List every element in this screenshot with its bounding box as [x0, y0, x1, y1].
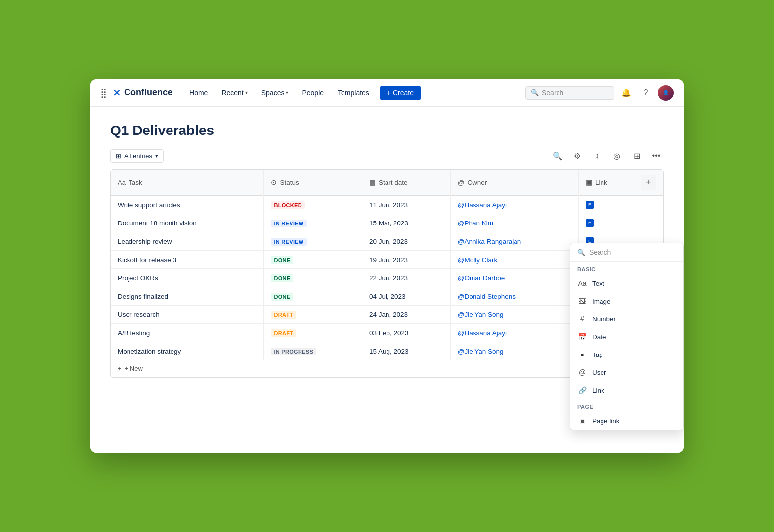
table-row[interactable]: Document 18 month vision IN REVIEW 15 Ma…: [111, 214, 663, 232]
add-column-button[interactable]: +: [641, 175, 656, 190]
navbar: ⣿ ✕ Confluence Home Recent ▾ Spaces ▾ Pe…: [90, 79, 684, 107]
search-box[interactable]: 🔍: [525, 86, 614, 100]
cell-status: DRAFT: [264, 306, 362, 324]
type-link-item[interactable]: 🔗 Link: [570, 381, 683, 399]
dropdown-search-box[interactable]: 🔍: [570, 243, 683, 262]
nav-home[interactable]: Home: [184, 85, 213, 101]
cell-owner: @Molly Clark: [450, 251, 578, 269]
cell-status: IN PROGRESS: [264, 342, 362, 360]
status-icon: ⊙: [271, 178, 277, 186]
cell-task: Document 18 month vision: [111, 214, 264, 232]
dropdown-search-input[interactable]: [589, 248, 676, 256]
cell-start-date: 11 Jun, 2023: [362, 196, 451, 214]
link-type-icon: 🔗: [577, 385, 587, 395]
nav-logo[interactable]: ✕ Confluence: [113, 87, 172, 99]
cell-owner: @Hassana Ajayi: [450, 196, 578, 214]
type-number-item[interactable]: # Number: [570, 310, 683, 328]
search-toolbar-button[interactable]: 🔍: [550, 148, 565, 163]
cell-task: Monetization strategy: [111, 342, 264, 360]
column-type-dropdown: 🔍 BASIC Aa Text 🖼 Image # Number 📅 Date: [570, 243, 684, 430]
app-window: ⣿ ✕ Confluence Home Recent ▾ Spaces ▾ Pe…: [90, 79, 684, 453]
link-page-icon: E: [586, 201, 594, 209]
cell-owner: @Hassana Ajayi: [450, 324, 578, 342]
cell-task: Kickoff for release 3: [111, 251, 264, 269]
nav-recent[interactable]: Recent ▾: [216, 85, 252, 101]
col-task: Aa Task: [111, 170, 264, 196]
basic-section-title: BASIC: [570, 262, 683, 274]
type-image-item[interactable]: 🖼 Image: [570, 292, 683, 310]
chevron-down-icon: ▾: [155, 153, 158, 159]
cell-link: E: [578, 196, 663, 214]
confluence-icon: ✕: [113, 87, 121, 99]
page-content: Q1 Deliverables ⊞ All entries ▾ 🔍 ⚙ ↕ ◎ …: [90, 107, 684, 453]
type-tag-item[interactable]: ● Tag: [570, 346, 683, 363]
type-text-item[interactable]: Aa Text: [570, 274, 683, 292]
help-button[interactable]: ?: [638, 85, 654, 101]
logo-text: Confluence: [124, 88, 172, 98]
toolbar-right: 🔍 ⚙ ↕ ◎ ⊞ •••: [550, 148, 664, 163]
cell-task: Write support articles: [111, 196, 264, 214]
col-status: ⊙ Status: [264, 170, 362, 196]
table-row[interactable]: Write support articles BLOCKED 11 Jun, 2…: [111, 196, 663, 214]
cell-status: BLOCKED: [264, 196, 362, 214]
hide-button[interactable]: ◎: [609, 148, 624, 163]
cell-start-date: 19 Jun, 2023: [362, 251, 451, 269]
nav-people[interactable]: People: [297, 85, 329, 101]
date-type-icon: 📅: [577, 332, 587, 342]
link-page-icon: E: [586, 219, 594, 227]
calendar-icon: ▦: [369, 178, 376, 186]
search-icon: 🔍: [577, 249, 585, 256]
notifications-button[interactable]: 🔔: [618, 85, 634, 101]
text-type-icon: Aa: [577, 278, 587, 288]
cell-start-date: 24 Jan, 2023: [362, 306, 451, 324]
nav-spaces[interactable]: Spaces ▾: [257, 85, 294, 101]
more-options-button[interactable]: •••: [649, 148, 664, 163]
search-input[interactable]: [542, 89, 609, 97]
avatar[interactable]: 👤: [658, 85, 674, 101]
type-user-item[interactable]: @ User: [570, 363, 683, 381]
cell-owner: @Omar Darboe: [450, 269, 578, 287]
cell-owner: @Donald Stephens: [450, 287, 578, 306]
cell-status: IN REVIEW: [264, 214, 362, 232]
plus-icon: +: [118, 365, 122, 372]
text-type-icon: Aa: [118, 179, 126, 186]
col-link: ▣ Link +: [579, 170, 663, 195]
cell-start-date: 04 Jul, 2023: [362, 287, 451, 306]
nav-templates[interactable]: Templates: [333, 85, 374, 101]
chevron-down-icon: ▾: [286, 90, 288, 95]
page-section-title: PAGE: [570, 399, 683, 412]
type-page-link-item[interactable]: ▣ Page link: [570, 412, 683, 430]
filter-button[interactable]: ⚙: [570, 148, 585, 163]
cell-task: Designs finalized: [111, 287, 264, 306]
tag-type-icon: ●: [577, 350, 587, 359]
table-toolbar: ⊞ All entries ▾ 🔍 ⚙ ↕ ◎ ⊞ •••: [110, 148, 664, 163]
col-start-date: ▦ Start date: [362, 170, 451, 196]
type-date-item[interactable]: 📅 Date: [570, 328, 683, 346]
user-type-icon: @: [577, 367, 587, 377]
cell-start-date: 15 Mar, 2023: [362, 214, 451, 232]
all-entries-button[interactable]: ⊞ All entries ▾: [110, 149, 164, 163]
cell-task: Leadership review: [111, 232, 264, 251]
sort-button[interactable]: ↕: [590, 148, 604, 163]
cell-task: Project OKRs: [111, 269, 264, 287]
cell-start-date: 03 Feb, 2023: [362, 324, 451, 342]
cell-status: DONE: [264, 287, 362, 306]
grid-icon[interactable]: ⣿: [100, 88, 107, 98]
grid-view-icon: ⊞: [116, 152, 121, 160]
col-owner: @ Owner: [450, 170, 578, 196]
cell-link: E: [578, 214, 663, 232]
cell-task: User research: [111, 306, 264, 324]
number-type-icon: #: [577, 314, 587, 324]
cell-status: DONE: [264, 251, 362, 269]
group-button[interactable]: ⊞: [629, 148, 644, 163]
cell-start-date: 20 Jun, 2023: [362, 232, 451, 251]
cell-task: A/B testing: [111, 324, 264, 342]
cell-owner: @Phan Kim: [450, 214, 578, 232]
cell-status: DRAFT: [264, 324, 362, 342]
at-icon: @: [458, 179, 465, 186]
cell-owner: @Jie Yan Song: [450, 342, 578, 360]
cell-status: DONE: [264, 269, 362, 287]
page-title: Q1 Deliverables: [110, 123, 664, 138]
search-icon: 🔍: [531, 89, 539, 96]
create-button[interactable]: + Create: [380, 86, 421, 100]
